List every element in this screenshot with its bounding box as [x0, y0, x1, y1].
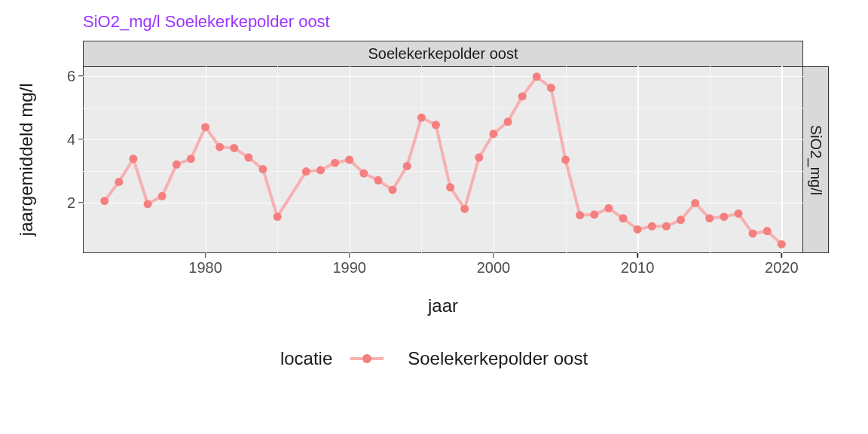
data-point [662, 222, 671, 231]
x-tick-label: 2010 [621, 253, 655, 277]
data-point [215, 143, 224, 151]
x-tick-label: 1990 [332, 253, 366, 277]
chart-title: SiO2_mg/l Soelekerkepolder oost [83, 12, 330, 32]
legend-point-icon [362, 354, 371, 363]
data-point [115, 178, 123, 186]
y-tick-label: 2 [67, 194, 83, 211]
data-point [331, 159, 339, 167]
data-point [316, 166, 325, 174]
data-point [259, 165, 267, 173]
data-point [374, 176, 382, 185]
data-point [230, 144, 238, 152]
x-tick-label: 2020 [765, 253, 799, 277]
data-point [432, 121, 440, 129]
plot-panel: 24619801990200020102020 [83, 66, 803, 253]
y-tick-label: 4 [67, 130, 83, 148]
data-point [345, 156, 353, 164]
data-point [302, 167, 310, 176]
data-point [749, 229, 757, 237]
data-point [590, 210, 598, 219]
y-axis-title: jaargemiddeld mg/l [11, 66, 41, 253]
data-point [158, 192, 167, 200]
data-point [144, 200, 152, 208]
facet-strip-top: Soelekerkepolder oost [83, 41, 803, 66]
data-point [489, 130, 497, 138]
data-point [518, 92, 527, 100]
data-point [763, 227, 772, 235]
data-point [561, 156, 570, 164]
legend: locatie Soelekerkepolder oost [0, 348, 868, 369]
data-point [504, 118, 512, 126]
facet-right-label: SiO2_mg/l [807, 124, 824, 194]
data-point [533, 72, 541, 81]
data-point [274, 212, 282, 221]
data-point [634, 225, 642, 234]
data-point [244, 154, 252, 162]
data-point [446, 183, 454, 191]
legend-item-label: Soelekerkepolder oost [408, 348, 588, 369]
facet-strip-right: SiO2_mg/l [803, 66, 829, 253]
x-tick-label: 1980 [188, 253, 222, 277]
data-point [547, 84, 555, 92]
data-point [648, 222, 656, 231]
data-point [705, 214, 714, 222]
data-series [83, 66, 803, 253]
data-point [778, 240, 786, 249]
data-point [734, 209, 742, 218]
data-point [720, 212, 728, 221]
data-point [389, 185, 397, 194]
data-point [187, 154, 195, 163]
legend-title: locatie [280, 348, 332, 369]
chart-container: SiO2_mg/l Soelekerkepolder oost Soeleker… [0, 0, 868, 434]
data-point [604, 204, 613, 212]
data-point [691, 199, 699, 207]
legend-line-icon [350, 357, 384, 360]
y-tick-label: 6 [67, 67, 83, 84]
data-point [417, 114, 426, 122]
data-point [129, 154, 137, 163]
data-point [475, 154, 483, 162]
data-point [359, 170, 368, 178]
data-point [619, 214, 628, 222]
data-point [677, 215, 685, 224]
x-axis-title: jaar [83, 295, 803, 316]
data-point [201, 123, 209, 131]
data-point [403, 162, 411, 170]
facet-top-label: Soelekerkepolder oost [368, 45, 518, 63]
data-point [100, 197, 108, 205]
legend-swatch [350, 357, 384, 360]
x-tick-label: 2000 [477, 253, 511, 277]
data-point [460, 205, 469, 213]
data-point [173, 160, 181, 169]
data-point [576, 211, 584, 219]
